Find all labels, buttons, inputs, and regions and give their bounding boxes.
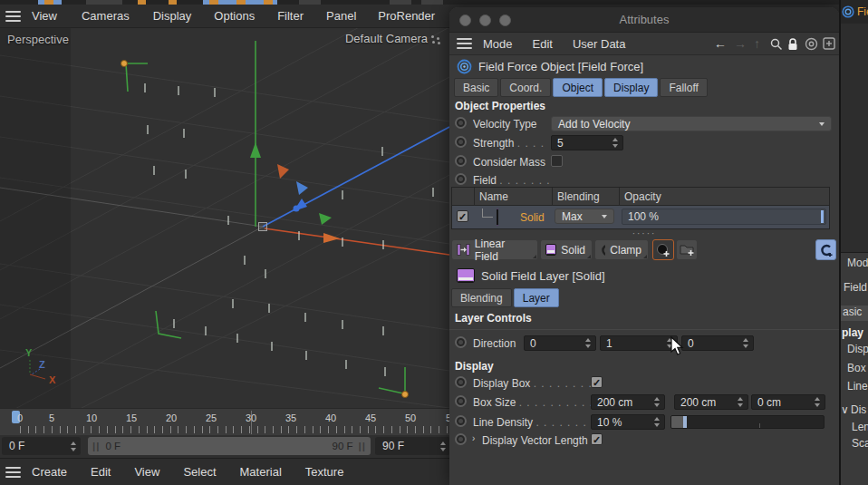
col-opacity[interactable]: Opacity — [624, 190, 661, 203]
port-strength[interactable] — [455, 136, 467, 148]
timeline-ruler[interactable]: 0 5 10 15 20 25 30 35 40 45 50 5 — [0, 408, 453, 435]
line-density-slider[interactable] — [670, 415, 825, 429]
menu-select[interactable]: Select — [181, 465, 217, 479]
port-field[interactable] — [455, 173, 467, 185]
menu-edit[interactable]: Edit — [89, 465, 112, 479]
tab-display[interactable]: Display — [604, 78, 658, 97]
box-size-z-spinner[interactable] — [815, 397, 825, 407]
menu-panel[interactable]: Panel — [324, 9, 358, 23]
box-size-y-field[interactable]: 200 cm — [674, 394, 748, 410]
port-line-density[interactable] — [455, 415, 467, 427]
tab-falloff[interactable]: Falloff — [660, 78, 707, 97]
blending-dropdown[interactable]: Max — [555, 209, 614, 224]
port-velocity-type[interactable] — [455, 117, 467, 129]
camera-settings-icon[interactable] — [431, 35, 442, 44]
linear-field-button[interactable]: Linear Field — [451, 239, 538, 260]
consider-mass-checkbox[interactable] — [551, 155, 563, 167]
strength-spinner[interactable] — [612, 138, 622, 148]
chevron-down-icon — [819, 122, 825, 126]
layer-name[interactable]: Solid — [520, 211, 545, 224]
object-name: Field Force Object [Field Force] — [478, 60, 643, 73]
layer-header: Solid Field Layer [Solid] — [457, 268, 605, 283]
menu-cameras[interactable]: Cameras — [80, 9, 131, 23]
menu-filter[interactable]: Filter — [275, 9, 305, 23]
frame-spinner[interactable] — [71, 441, 81, 451]
menu-display[interactable]: Display — [151, 9, 194, 23]
solid-layer-icon[interactable] — [497, 209, 498, 226]
direction-z-field[interactable]: 0 — [681, 335, 754, 351]
col-blending[interactable]: Blending — [557, 190, 600, 203]
history-forward-icon[interactable]: → — [734, 36, 747, 51]
menu-prorender[interactable]: ProRender — [376, 9, 437, 23]
attributes-menu-icon[interactable] — [457, 38, 472, 49]
hierarchy-up-icon[interactable]: ↑ — [754, 36, 760, 51]
menu-create[interactable]: Create — [30, 465, 69, 479]
add-folder-button[interactable] — [676, 239, 698, 260]
edit-menu-icon[interactable] — [5, 467, 21, 478]
tab-object[interactable]: Object — [553, 78, 603, 97]
port-display-vector-length[interactable] — [455, 433, 467, 445]
tab-blending[interactable]: Blending — [451, 288, 512, 307]
history-back-icon[interactable]: ← — [714, 36, 727, 51]
solid-field-button[interactable]: Solid — [540, 239, 593, 260]
direction-y-field[interactable]: 1 — [600, 335, 678, 351]
new-panel-icon[interactable] — [823, 37, 835, 50]
field-layer-row[interactable]: ✓ Solid Max 100 % — [452, 206, 829, 228]
opacity-field[interactable]: 100 % — [622, 209, 826, 225]
viewport-menu-icon[interactable] — [5, 11, 21, 22]
box-size-x-field[interactable]: 200 cm — [591, 394, 665, 410]
search-icon[interactable] — [770, 38, 783, 51]
clamp-mode-toggle[interactable] — [815, 239, 836, 260]
slider-handle[interactable] — [683, 416, 687, 428]
camera-name-label[interactable]: Default Camera — [345, 32, 428, 45]
clamp-button[interactable]: Clamp — [594, 239, 649, 260]
range-grip-right[interactable]: || — [359, 441, 366, 451]
viewport-3d[interactable]: Y Z X Perspective Default Camera — [0, 28, 449, 408]
port-box-size[interactable] — [455, 395, 467, 407]
tab-layer[interactable]: Layer — [514, 288, 559, 307]
direction-x-spinner[interactable] — [585, 338, 595, 348]
box-size-x-spinner[interactable] — [654, 397, 664, 407]
menu-options[interactable]: Options — [212, 9, 256, 23]
object-name-fragment[interactable]: Fiel — [857, 5, 868, 18]
display-vector-length-checkbox[interactable]: ✓ — [591, 433, 603, 445]
line-density-field[interactable]: 10 % — [591, 414, 665, 430]
current-frame-field[interactable]: 0 F — [2, 437, 81, 455]
box-size-z-field[interactable]: 0 cm — [751, 394, 825, 410]
window-titlebar[interactable]: Attributes — [449, 7, 839, 33]
velocity-type-dropdown[interactable]: Add to Velocity — [551, 116, 832, 131]
tab-coord[interactable]: Coord. — [500, 78, 551, 97]
line-density-spinner[interactable] — [654, 417, 664, 427]
track-mode-icon[interactable] — [805, 37, 818, 51]
expand-arrow-icon[interactable]: › — [472, 433, 475, 443]
display-box-checkbox[interactable]: ✓ — [591, 376, 603, 388]
box-size-y-spinner[interactable] — [738, 397, 747, 407]
tick-label: 50 — [405, 412, 416, 423]
menu-material[interactable]: Material — [238, 465, 284, 479]
add-layer-button[interactable] — [652, 239, 674, 260]
tab-basic[interactable]: Basic — [454, 78, 498, 97]
col-name[interactable]: Name — [479, 190, 508, 203]
port-consider-mass[interactable] — [455, 155, 467, 167]
range-grip-left[interactable]: || — [92, 441, 100, 451]
lock-icon[interactable] — [786, 37, 799, 51]
direction-z-spinner[interactable] — [743, 338, 753, 348]
menu-texture[interactable]: Texture — [304, 465, 346, 479]
menu-attr-edit[interactable]: Edit — [531, 37, 555, 51]
strength-field[interactable]: 5 — [551, 135, 623, 150]
end-frame-field[interactable]: 90 F — [375, 437, 450, 455]
strip-chevron: ∨ — [841, 403, 849, 416]
handle-point — [121, 61, 128, 67]
menu-user-data[interactable]: User Data — [571, 37, 628, 51]
menu-view2[interactable]: View — [132, 465, 161, 479]
port-display-box[interactable] — [455, 376, 467, 388]
layer-enable-checkbox[interactable]: ✓ — [457, 210, 468, 222]
port-direction[interactable] — [455, 336, 467, 348]
menu-mode[interactable]: Mode — [481, 37, 515, 51]
toolbar-frag — [209, 0, 218, 5]
direction-x-field[interactable]: 0 — [524, 335, 596, 351]
menu-view[interactable]: View — [30, 9, 59, 23]
opacity-slider-handle[interactable] — [821, 210, 824, 223]
preview-range-slider[interactable]: || 0 F 90 F || — [88, 437, 371, 455]
viewport-name-label[interactable]: Perspective — [7, 33, 69, 46]
